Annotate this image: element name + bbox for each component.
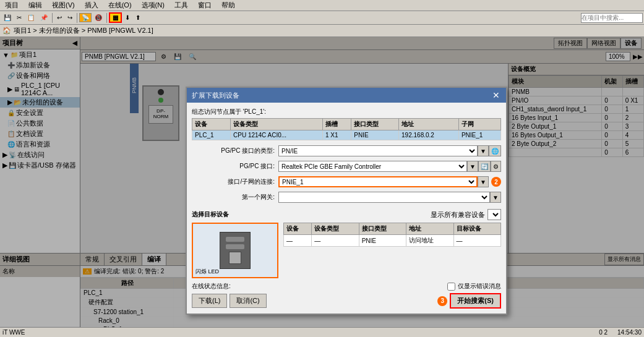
modal-close-btn[interactable]: ✕ <box>491 90 501 100</box>
go-online-button[interactable]: 📡 <box>79 13 92 22</box>
menu-item-project[interactable]: 项目 <box>2 1 21 10</box>
annotation-3: 3 <box>437 296 447 306</box>
subnet-control: 清选择 连接到 PN/IO的方向 PNIE_1 ▼ <box>278 176 489 187</box>
download-button[interactable]: ⬇ <box>122 13 132 22</box>
save-button[interactable]: 💾 <box>1 13 14 22</box>
pgpc-iface-refresh-btn[interactable]: 🔄 <box>478 161 491 172</box>
target-device-visual: 闪烁 LED <box>192 223 278 278</box>
gateway-select[interactable] <box>278 192 490 203</box>
target-col-addr: 地址 <box>406 223 453 235</box>
pgpc-type-select[interactable]: PN/IE <box>278 145 478 156</box>
download-to-device-dialog: 扩展下载到设备 ✕ 组态访问节点属于 'PLC_1': 设备 设备类型 插槽 接 <box>186 87 507 315</box>
redo-button[interactable]: ↪ <box>65 13 75 22</box>
status-label: 在线状态信息: <box>192 282 231 291</box>
node-col-slot: 插槽 <box>323 119 351 130</box>
paste-button[interactable]: 📌 <box>38 13 50 22</box>
pgpc-iface-settings-btn[interactable]: ⚙ <box>491 161 501 172</box>
flash-led-label: 闪烁 LED <box>195 268 219 276</box>
status-row: 在线状态信息: 仅显示错误消息 <box>192 282 501 291</box>
cancel-button[interactable]: 取消(C) <box>230 294 266 308</box>
copy-button[interactable]: 📋 <box>25 13 37 22</box>
upload-button[interactable]: ⬆ <box>133 13 143 22</box>
show-all-devices-select[interactable] <box>487 209 501 220</box>
breadcrumb: 🏠 项目1 > 未分组的设备 > PNMB [PNGWL V2.1] <box>0 25 644 37</box>
subnet-select[interactable]: 清选择 连接到 PN/IO的方向 PNIE_1 <box>278 176 478 187</box>
start-search-button[interactable]: 开始搜索(S) <box>450 293 501 309</box>
menu-item-tools[interactable]: 工具 <box>172 1 191 10</box>
node-col-subnet: 子网 <box>458 119 500 130</box>
select-target-label: 选择目标设备 <box>192 210 229 219</box>
subnet-label: 接口/子网的连接: <box>192 177 278 186</box>
go-offline-button[interactable]: 📵 <box>92 13 105 22</box>
menu-item-help[interactable]: 帮助 <box>219 1 238 10</box>
table-row[interactable]: — — PNIE 访问地址 — <box>284 235 501 247</box>
compile-button[interactable]: ▦ <box>109 12 122 23</box>
target-table: 设备 设备类型 接口类型 地址 目标设备 — — <box>283 223 501 247</box>
cut-button[interactable]: ✂ <box>14 13 24 22</box>
pgpc-section: PG/PC 接口的类型: PN/IE ▼ 🌐 PG/PC 接口: <box>192 145 501 205</box>
menu-item-window[interactable]: 窗口 <box>195 1 214 10</box>
target-table-area: 设备 设备类型 接口类型 地址 目标设备 — — <box>283 223 501 278</box>
breadcrumb-icon: 🏠 <box>2 27 11 35</box>
pgpc-iface-row: PG/PC 接口: Realtek PCIe GBE Family Contro… <box>192 161 501 172</box>
only-errors-checkbox[interactable] <box>447 283 455 291</box>
node-col-type: 设备类型 <box>230 119 322 130</box>
target-device-image <box>220 232 251 269</box>
menu-item-options[interactable]: 选项(N) <box>139 1 167 10</box>
modal-body: 组态访问节点属于 'PLC_1': 设备 设备类型 插槽 接口类型 地址 子网 <box>187 103 506 314</box>
target-col-type: 设备类型 <box>312 223 359 235</box>
target-col-device: 设备 <box>284 223 312 235</box>
target-section-header: 选择目标设备 显示所有兼容设备 <box>192 209 501 220</box>
breadcrumb-text: 项目1 > 未分组的设备 > PNMB [PNGWL V2.1] <box>14 26 153 35</box>
pgpc-iface-label: PG/PC 接口: <box>192 162 278 171</box>
node-col-addr: 地址 <box>399 119 459 130</box>
pgpc-network-icon[interactable]: 🌐 <box>489 145 501 156</box>
target-col-target: 目标设备 <box>453 223 500 235</box>
target-select-area: 闪烁 LED 设备 设备类型 接口类型 地址 <box>192 223 501 278</box>
undo-button[interactable]: ↩ <box>54 13 64 22</box>
status-time: 14:54:30 <box>617 329 642 336</box>
pgpc-iface-control: Realtek PCIe GBE Family Controller ▼ 🔄 ⚙ <box>278 161 501 172</box>
menu-item-insert[interactable]: 插入 <box>82 1 101 10</box>
menu-item-view[interactable]: 视图(V) <box>49 1 77 10</box>
show-all-devices-label: 显示所有兼容设备 <box>431 210 485 220</box>
status-coords: 0 2 <box>599 329 608 336</box>
pgpc-type-control: PN/IE ▼ 🌐 <box>278 145 501 156</box>
group-label: 组态访问节点属于 'PLC_1': <box>192 108 501 116</box>
modal-actions: 下载(L) 取消(C) 3 开始搜索(S) <box>192 293 501 309</box>
gateway-control: ▼ <box>278 192 501 203</box>
node-col-device: 设备 <box>192 119 231 130</box>
show-all-devices-row: 显示所有兼容设备 <box>431 209 501 220</box>
download-button[interactable]: 下载(L) <box>192 294 227 308</box>
modal-header: 扩展下载到设备 ✕ <box>187 88 506 103</box>
status-text: iT WWE <box>2 329 25 336</box>
pgpc-iface-select[interactable]: Realtek PCIe GBE Family Controller <box>278 161 467 172</box>
modal-title: 扩展下载到设备 <box>192 91 239 100</box>
menu-item-online[interactable]: 在线(O) <box>106 1 134 10</box>
subnet-dropdown-btn[interactable]: ▼ <box>478 176 489 187</box>
pgpc-type-dropdown-btn[interactable]: ▼ <box>478 145 489 156</box>
left-action-buttons: 下载(L) 取消(C) <box>192 294 267 308</box>
node-table: 设备 设备类型 插槽 接口类型 地址 子网 PLC_1 CPU 1214C AC… <box>192 118 501 140</box>
pgpc-iface-dropdown-btn[interactable]: ▼ <box>467 161 478 172</box>
main-toolbar: 💾 ✂ 📋 📌 ↩ ↪ 📡 📵 ▦ ⬇ ⬆ <box>0 11 644 25</box>
only-errors-label: 仅显示错误消息 <box>458 282 501 291</box>
pgpc-type-label: PG/PC 接口的类型: <box>192 147 278 155</box>
status-bar: iT WWE 0 2 14:54:30 <box>0 327 644 337</box>
pgpc-type-row: PG/PC 接口的类型: PN/IE ▼ 🌐 <box>192 145 501 156</box>
only-errors-row: 仅显示错误消息 <box>447 282 501 291</box>
node-col-iface: 接口类型 <box>351 119 399 130</box>
annotation-2: 2 <box>491 177 501 187</box>
menu-bar: 项目 编辑 视图(V) 插入 在线(O) 选项(N) 工具 窗口 帮助 <box>0 0 644 11</box>
table-row[interactable]: PLC_1 CPU 1214C ACI0... 1 X1 PNIE 192.16… <box>192 130 501 140</box>
modal-overlay: 扩展下载到设备 ✕ 组态访问节点属于 'PLC_1': 设备 设备类型 插槽 接 <box>0 37 644 327</box>
subnet-row: 接口/子网的连接: 清选择 连接到 PN/IO的方向 PNIE_1 ▼ 2 <box>192 176 501 187</box>
gateway-label: 第一个网关: <box>192 193 278 202</box>
right-action-buttons: 3 开始搜索(S) <box>437 293 501 309</box>
menu-item-edit[interactable]: 编辑 <box>26 1 45 10</box>
gateway-row: 第一个网关: ▼ <box>192 192 501 203</box>
target-col-iface: 接口类型 <box>359 223 406 235</box>
gateway-dropdown-btn[interactable]: ▼ <box>490 192 501 203</box>
search-input[interactable] <box>581 13 643 23</box>
